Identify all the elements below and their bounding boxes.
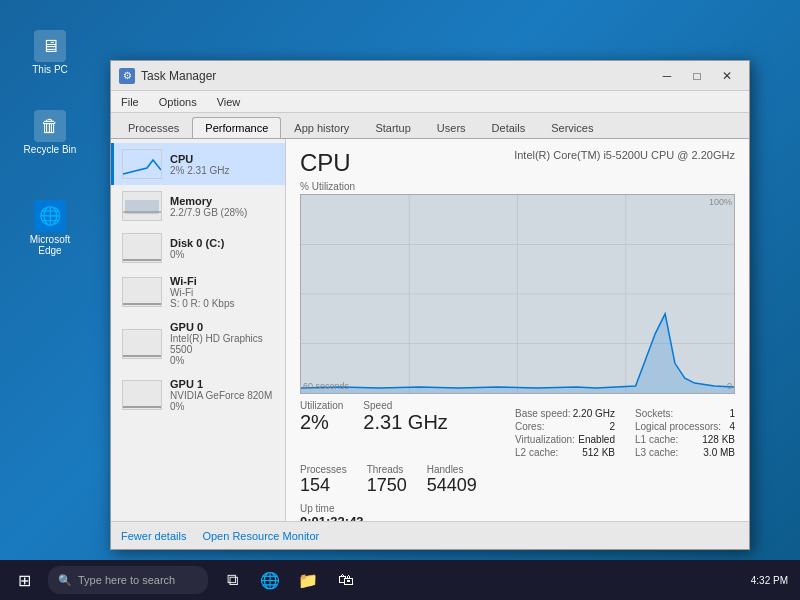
sockets-value: 1 (729, 408, 735, 419)
detail-cores: Cores: 2 (515, 421, 615, 432)
cores-label: Cores: (515, 421, 544, 432)
sidebar-item-gpu1[interactable]: GPU 1 NVIDIA GeForce 820M0% (111, 372, 285, 418)
tab-app-history[interactable]: App history (281, 117, 362, 138)
sidebar-item-wifi[interactable]: Wi-Fi Wi-FiS: 0 R: 0 Kbps (111, 269, 285, 315)
l3-value: 3.0 MB (703, 447, 735, 458)
start-button[interactable]: ⊞ (4, 562, 44, 598)
process-stats-row: Processes 154 Threads 1750 Handles 54409 (300, 464, 735, 496)
l3-label: L3 cache: (635, 447, 678, 458)
sidebar: CPU 2% 2.31 GHz Memory 2.2/7. (111, 139, 286, 521)
virt-label: Virtualization: (515, 434, 575, 445)
l1-label: L1 cache: (635, 434, 678, 445)
recycle-bin-icon: 🗑 (34, 110, 66, 142)
chart-max-label: 100% (709, 197, 732, 207)
handles-stat-value: 54409 (427, 475, 477, 496)
detail-l2cache: L2 cache: 512 KB (515, 447, 615, 458)
window-controls: ─ □ ✕ (653, 66, 741, 86)
uptime-label: Up time (300, 503, 334, 514)
speed-stat: Speed 2.31 GHz (363, 400, 447, 458)
svg-rect-5 (123, 330, 161, 358)
open-resource-monitor-link[interactable]: Open Resource Monitor (202, 530, 319, 542)
tab-startup[interactable]: Startup (362, 117, 423, 138)
wifi-info: Wi-Fi Wi-FiS: 0 R: 0 Kbps (170, 275, 277, 309)
sidebar-item-gpu0[interactable]: GPU 0 Intel(R) HD Graphics 55000% (111, 315, 285, 372)
cores-value: 2 (609, 421, 615, 432)
this-pc-label: This PC (32, 64, 68, 75)
base-speed-value: 2.20 GHz (573, 408, 615, 419)
gpu1-sidebar-label: GPU 1 (170, 378, 277, 390)
taskbar-store-icon[interactable]: 🛍 (330, 562, 362, 598)
taskbar-edge-icon[interactable]: 🌐 (254, 562, 286, 598)
speed-value: 2.31 GHz (363, 411, 447, 434)
tab-users[interactable]: Users (424, 117, 479, 138)
minimize-button[interactable]: ─ (653, 66, 681, 86)
task-manager-icon: ⚙ (119, 68, 135, 84)
desktop-icon-recycle-bin[interactable]: 🗑 Recycle Bin (20, 110, 80, 155)
cpu-mini-graph (122, 149, 162, 179)
processes-stat-value: 154 (300, 475, 347, 496)
gpu1-mini-graph (122, 380, 162, 410)
cpu-main-title: CPU (300, 149, 351, 177)
cpu-info: CPU 2% 2.31 GHz (170, 153, 277, 176)
desktop-icon-this-pc[interactable]: 🖥 This PC (20, 30, 80, 75)
gpu0-sidebar-label: GPU 0 (170, 321, 277, 333)
utilization-label: Utilization (300, 400, 343, 411)
svg-rect-3 (123, 234, 161, 262)
threads-stat-value: 1750 (367, 475, 407, 496)
utilization-stat: Utilization 2% (300, 400, 343, 458)
chart-time-label: 60 seconds (303, 381, 349, 391)
detail-logical-processors: Logical processors: 4 (635, 421, 735, 432)
desktop-icon-edge[interactable]: 🌐 Microsoft Edge (20, 200, 80, 256)
logical-proc-value: 4 (729, 421, 735, 432)
processes-stat: Processes 154 (300, 464, 347, 496)
menu-file[interactable]: File (117, 94, 143, 110)
svg-rect-4 (123, 278, 161, 306)
taskbar-task-view[interactable]: ⧉ (216, 562, 248, 598)
search-placeholder: Type here to search (78, 574, 175, 586)
threads-stat: Threads 1750 (367, 464, 407, 496)
close-button[interactable]: ✕ (713, 66, 741, 86)
gpu0-sidebar-sub: Intel(R) HD Graphics 55000% (170, 333, 277, 366)
fewer-details-link[interactable]: Fewer details (121, 530, 186, 542)
menu-options[interactable]: Options (155, 94, 201, 110)
tray-time: 4:32 PM (751, 575, 788, 586)
desktop: 🖥 This PC 🗑 Recycle Bin 🌐 Microsoft Edge… (0, 0, 800, 600)
svg-rect-6 (123, 381, 161, 409)
speed-label: Speed (363, 400, 447, 411)
disk-sidebar-sub: 0% (170, 249, 277, 260)
cpu-detail-panel: CPU Intel(R) Core(TM) i5-5200U CPU @ 2.2… (286, 139, 749, 521)
detail-base-speed: Base speed: 2.20 GHz (515, 408, 615, 419)
detail-l1cache: L1 cache: 128 KB (635, 434, 735, 445)
window-title: Task Manager (141, 69, 647, 83)
search-icon: 🔍 (58, 574, 72, 587)
tab-services[interactable]: Services (538, 117, 606, 138)
logical-proc-label: Logical processors: (635, 421, 721, 432)
tab-details[interactable]: Details (479, 117, 539, 138)
maximize-button[interactable]: □ (683, 66, 711, 86)
memory-info: Memory 2.2/7.9 GB (28%) (170, 195, 277, 218)
cpu-chart-svg (301, 195, 734, 393)
sidebar-item-memory[interactable]: Memory 2.2/7.9 GB (28%) (111, 185, 285, 227)
uptime-section: Up time 0:01:32:43 (300, 502, 735, 521)
menu-view[interactable]: View (213, 94, 245, 110)
handles-stat: Handles 54409 (427, 464, 477, 496)
cpu-header: CPU Intel(R) Core(TM) i5-5200U CPU @ 2.2… (300, 149, 735, 177)
taskbar-app-icons: ⧉ 🌐 📁 🛍 (216, 562, 362, 598)
chart-zero-label: 0 (727, 381, 732, 391)
edge-label: Microsoft Edge (20, 234, 80, 256)
chart-label: % Utilization (300, 181, 735, 192)
base-speed-label: Base speed: (515, 408, 571, 419)
cpu-sidebar-sub: 2% 2.31 GHz (170, 165, 277, 176)
gpu0-info: GPU 0 Intel(R) HD Graphics 55000% (170, 321, 277, 366)
sidebar-item-disk0[interactable]: Disk 0 (C:) 0% (111, 227, 285, 269)
taskbar-folder-icon[interactable]: 📁 (292, 562, 324, 598)
wifi-sidebar-sub: Wi-FiS: 0 R: 0 Kbps (170, 287, 277, 309)
cpu-utilization-chart: 100% 0 60 seconds (300, 194, 735, 394)
gpu0-mini-graph (122, 329, 162, 359)
tab-processes[interactable]: Processes (115, 117, 192, 138)
sidebar-item-cpu[interactable]: CPU 2% 2.31 GHz (111, 143, 285, 185)
this-pc-icon: 🖥 (34, 30, 66, 62)
search-box[interactable]: 🔍 Type here to search (48, 566, 208, 594)
utilization-value: 2% (300, 411, 343, 434)
tab-performance[interactable]: Performance (192, 117, 281, 138)
